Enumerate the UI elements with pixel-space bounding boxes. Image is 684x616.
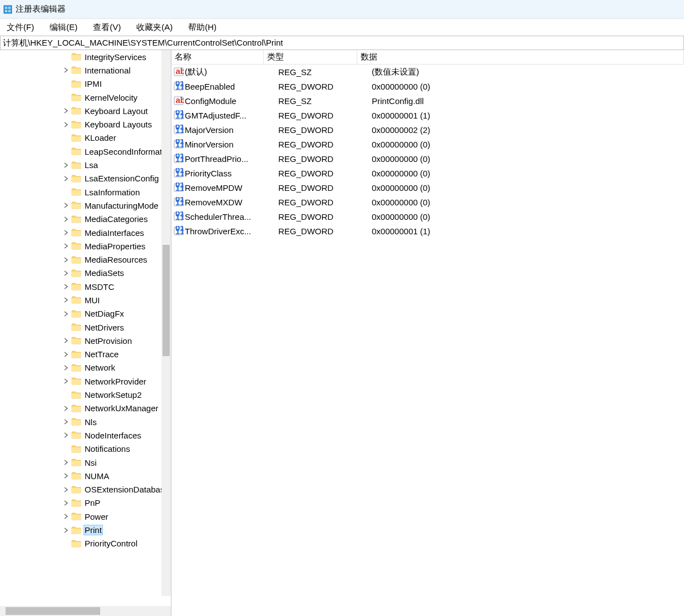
chevron-right-icon[interactable]: [62, 351, 70, 358]
tree-item-label: Lsa: [83, 160, 99, 170]
address-bar[interactable]: 计算机\HKEY_LOCAL_MACHINE\SYSTEM\CurrentCon…: [0, 36, 684, 50]
scrollbar-thumb[interactable]: [163, 245, 170, 356]
tree-item[interactable]: ManufacturingMode: [0, 199, 171, 212]
tree-item[interactable]: IPMI: [0, 77, 171, 91]
tree-item[interactable]: Keyboard Layouts: [0, 117, 171, 131]
chevron-right-icon[interactable]: [62, 418, 70, 426]
tree-content[interactable]: IntegrityServicesInternationalIPMIKernel…: [0, 50, 171, 606]
chevron-right-icon[interactable]: [62, 310, 70, 318]
column-header-name[interactable]: 名称: [171, 50, 264, 64]
menu-help[interactable]: 帮助(H): [184, 21, 221, 35]
tree-scrollbar-horizontal[interactable]: [0, 606, 171, 616]
list-row[interactable]: PriorityClassREG_DWORD0x00000000 (0): [171, 166, 684, 180]
list-row[interactable]: RemoveMXDWREG_DWORD0x00000000 (0): [171, 195, 684, 209]
tree-item[interactable]: Lsa: [0, 158, 171, 171]
menu-edit[interactable]: 编辑(E): [45, 21, 82, 35]
list-row[interactable]: (默认)REG_SZ(数值未设置): [171, 65, 684, 79]
list-row[interactable]: PortThreadPrio...REG_DWORD0x00000000 (0): [171, 151, 684, 166]
chevron-right-icon[interactable]: [62, 66, 70, 74]
tree-item[interactable]: Keyboard Layout: [0, 104, 171, 117]
list-body[interactable]: (默认)REG_SZ(数值未设置)BeepEnabledREG_DWORD0x0…: [171, 65, 684, 616]
chevron-right-icon[interactable]: [62, 526, 70, 534]
value-data: 0x00000000 (0): [368, 198, 684, 207]
folder-icon: [71, 349, 81, 359]
tree-item[interactable]: NetworkUxManager: [0, 402, 171, 415]
chevron-right-icon[interactable]: [62, 242, 70, 250]
tree-item[interactable]: Notifications: [0, 442, 171, 456]
tree-item[interactable]: Nls: [0, 415, 171, 428]
tree-item[interactable]: Network: [0, 361, 171, 374]
list-row[interactable]: GMTAdjustedF...REG_DWORD0x00000001 (1): [171, 108, 684, 122]
chevron-right-icon[interactable]: [62, 405, 70, 412]
tree-item-label: MSDTC: [83, 282, 115, 292]
chevron-right-icon[interactable]: [62, 431, 70, 439]
tree-item[interactable]: MediaResources: [0, 253, 171, 266]
tree-item-label: Nls: [83, 417, 98, 427]
chevron-right-icon[interactable]: [62, 512, 70, 520]
tree-item[interactable]: IntegrityServices: [0, 50, 171, 63]
tree-item[interactable]: PnP: [0, 496, 171, 510]
tree-item[interactable]: NetDrivers: [0, 321, 171, 334]
chevron-right-icon[interactable]: [62, 486, 70, 494]
tree-item[interactable]: NetworkSetup2: [0, 388, 171, 401]
chevron-right-icon[interactable]: [62, 472, 70, 480]
tree-item[interactable]: LsaExtensionConfig: [0, 172, 171, 185]
chevron-right-icon[interactable]: [62, 377, 70, 385]
tree-item[interactable]: Power: [0, 510, 171, 523]
chevron-right-icon[interactable]: [62, 283, 70, 290]
tree-item[interactable]: Nsi: [0, 456, 171, 469]
tree-item[interactable]: KernelVelocity: [0, 91, 171, 104]
tree-item[interactable]: KLoader: [0, 131, 171, 145]
tree-item[interactable]: NetworkProvider: [0, 374, 171, 388]
chevron-right-icon[interactable]: [62, 161, 70, 169]
tree-item[interactable]: LsaInformation: [0, 185, 171, 199]
chevron-right-icon[interactable]: [62, 107, 70, 115]
chevron-right-icon[interactable]: [62, 337, 70, 344]
column-header-type[interactable]: 类型: [264, 50, 357, 64]
list-row[interactable]: SchedulerThrea...REG_DWORD0x00000000 (0): [171, 209, 684, 224]
tree-item[interactable]: NodeInterfaces: [0, 428, 171, 442]
menu-favorites[interactable]: 收藏夹(A): [132, 21, 177, 35]
tree-item[interactable]: LeapSecondInformation: [0, 145, 171, 158]
chevron-right-icon[interactable]: [62, 121, 70, 129]
tree-item[interactable]: OSExtensionDatabase: [0, 483, 171, 496]
list-row[interactable]: BeepEnabledREG_DWORD0x00000000 (0): [171, 79, 684, 93]
tree-item[interactable]: MediaProperties: [0, 239, 171, 253]
chevron-right-icon[interactable]: [62, 229, 70, 236]
tree-item[interactable]: NetProvision: [0, 334, 171, 347]
tree-item[interactable]: PriorityControl: [0, 537, 171, 550]
tree-item[interactable]: International: [0, 63, 171, 77]
chevron-right-icon[interactable]: [62, 296, 70, 304]
window-title: 注册表编辑器: [16, 4, 66, 14]
scrollbar-thumb[interactable]: [6, 607, 100, 615]
tree-item[interactable]: MSDTC: [0, 280, 171, 293]
chevron-right-icon[interactable]: [62, 269, 70, 277]
tree-item[interactable]: Print: [0, 523, 171, 536]
chevron-right-icon[interactable]: [62, 364, 70, 372]
chevron-right-icon[interactable]: [62, 459, 70, 466]
tree-item[interactable]: NetTrace: [0, 348, 171, 361]
tree-item[interactable]: MUI: [0, 293, 171, 307]
list-row[interactable]: MinorVersionREG_DWORD0x00000000 (0): [171, 137, 684, 151]
chevron-right-icon[interactable]: [62, 175, 70, 183]
tree-item-label: IntegrityServices: [83, 52, 147, 62]
tree-item[interactable]: MediaInterfaces: [0, 226, 171, 239]
list-row[interactable]: ConfigModuleREG_SZPrintConfig.dll: [171, 93, 684, 108]
tree-item[interactable]: MediaCategories: [0, 213, 171, 226]
tree-item[interactable]: NetDiagFx: [0, 307, 171, 321]
column-header-data[interactable]: 数据: [357, 50, 684, 64]
list-row[interactable]: RemoveMPDWREG_DWORD0x00000000 (0): [171, 180, 684, 195]
menu-file[interactable]: 文件(F): [2, 21, 38, 35]
chevron-right-icon[interactable]: [62, 201, 70, 209]
chevron-right-icon[interactable]: [62, 256, 70, 264]
value-data: 0x00000000 (0): [368, 183, 684, 193]
value-type: REG_DWORD: [275, 198, 368, 207]
tree-scrollbar-vertical[interactable]: [161, 50, 171, 596]
chevron-right-icon[interactable]: [62, 499, 70, 507]
list-row[interactable]: MajorVersionREG_DWORD0x00000002 (2): [171, 122, 684, 137]
menu-view[interactable]: 查看(V): [88, 21, 125, 35]
tree-item[interactable]: NUMA: [0, 469, 171, 482]
chevron-right-icon[interactable]: [62, 215, 70, 223]
list-row[interactable]: ThrowDriverExc...REG_DWORD0x00000001 (1): [171, 224, 684, 238]
tree-item[interactable]: MediaSets: [0, 267, 171, 280]
